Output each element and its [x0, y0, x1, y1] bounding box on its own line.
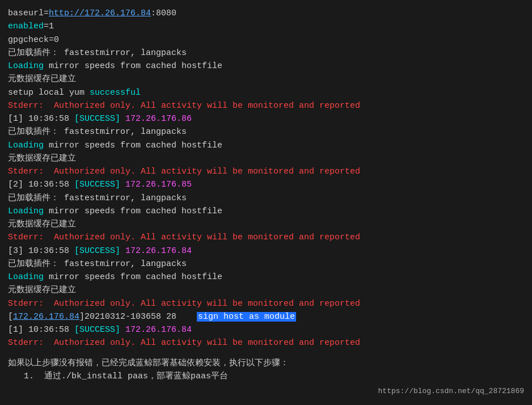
- terminal-line: enabled=1: [8, 20, 524, 33]
- terminal-line: 元数据缓存已建立: [8, 152, 524, 165]
- terminal-line: Loading mirror speeds from cached hostfi…: [8, 205, 524, 218]
- terminal-line: [1] 10:36:58 [SUCCESS] 172.26.176.84: [8, 323, 524, 336]
- terminal-line: baseurl=http://172.26.176.84:8080: [8, 7, 524, 20]
- footer-step1: 1. 通过./bk_install paas，部署蓝鲸paas平台: [8, 370, 524, 383]
- footer-section: 如果以上步骤没有报错，已经完成蓝鲸部署基础依赖安装，执行以下步骤： 1. 通过.…: [8, 357, 524, 383]
- highlighted-text: sign host as module: [197, 312, 296, 322]
- terminal: baseurl=http://172.26.176.84:8080 enable…: [0, 0, 532, 405]
- terminal-line: Stderr: Authorized only. All activity wi…: [8, 231, 524, 244]
- footer-link: https://blog.csdn.net/qq_28721869: [378, 386, 524, 397]
- terminal-line: 元数据缓存已建立: [8, 284, 524, 297]
- terminal-line: 已加载插件： fastestmirror, langpacks: [8, 192, 524, 205]
- terminal-line: [3] 10:36:58 [SUCCESS] 172.26.176.84: [8, 244, 524, 258]
- terminal-line: gpgcheck=0: [8, 33, 524, 47]
- footer-description: 如果以上步骤没有报错，已经完成蓝鲸部署基础依赖安装，执行以下步骤：: [8, 357, 524, 370]
- terminal-line: Stderr: Authorized only. All activity wi…: [8, 165, 524, 178]
- terminal-line: 元数据缓存已建立: [8, 218, 524, 231]
- terminal-line: 已加载插件： fastestmirror, langpacks: [8, 47, 524, 60]
- terminal-line: Stderr: Authorized only. All activity wi…: [8, 99, 524, 112]
- terminal-line: 已加载插件： fastestmirror, langpacks: [8, 125, 524, 138]
- terminal-line: Loading mirror speeds from cached hostfi…: [8, 271, 524, 284]
- terminal-line: [172.26.176.84]20210312-103658 28 sign h…: [8, 310, 524, 323]
- terminal-line: Stderr: Authorized only. All activity wi…: [8, 336, 524, 349]
- terminal-line: 已加载插件： fastestmirror, langpacks: [8, 258, 524, 271]
- terminal-line: Loading mirror speeds from cached hostfi…: [8, 60, 524, 73]
- terminal-line: setup local yum successful: [8, 86, 524, 99]
- terminal-line: [1] 10:36:58 [SUCCESS] 172.26.176.86: [8, 112, 524, 125]
- terminal-line: Stderr: Authorized only. All activity wi…: [8, 297, 524, 310]
- terminal-line: Loading mirror speeds from cached hostfi…: [8, 139, 524, 152]
- terminal-line: 元数据缓存已建立: [8, 73, 524, 86]
- terminal-line: [2] 10:36:58 [SUCCESS] 172.26.176.85: [8, 178, 524, 191]
